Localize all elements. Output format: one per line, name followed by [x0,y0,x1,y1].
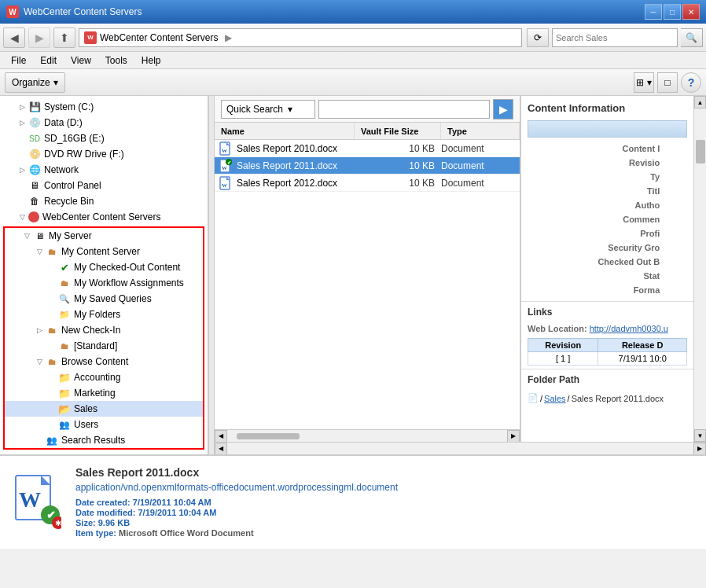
file-row[interactable]: W Sales Report 2012.docx 10 KB Document [215,175,520,192]
tree-item-dvd[interactable]: 📀 DVD RW Drive (F:) [0,146,208,162]
help-button[interactable]: ? [681,72,701,93]
hscroll-right-btn[interactable]: ▶ [693,443,706,455]
search-box[interactable] [552,28,678,47]
tree-item-label: My Saved Queries [74,293,152,304]
item-type-label: Item type: [75,528,116,538]
scroll-right-button[interactable]: ▶ [507,430,520,443]
tree-item-system-c[interactable]: ▷ 💾 System (C:) [0,99,208,115]
content-server-icon: 🖿 [46,245,58,258]
tree-item-sales[interactable]: 📂 Sales [5,401,203,417]
panel-divider[interactable] [208,96,215,454]
scrollbar-thumb[interactable] [237,433,300,439]
menu-view[interactable]: View [64,53,97,68]
tree-item-accounting[interactable]: 📁 Accounting [5,369,203,385]
tree-item-data-d[interactable]: ▷ 💿 Data (D:) [0,115,208,130]
col-header-type[interactable]: Type [441,123,520,139]
file-icon: W [218,175,233,191]
minimize-button[interactable]: ─ [645,4,662,20]
col-header-size[interactable]: Vault File Size [355,123,441,139]
forward-button[interactable]: ▶ [28,28,50,48]
tree-item-marketing[interactable]: 📁 Marketing [5,385,203,401]
title-bar-left: W WebCenter Content Servers [6,6,142,18]
comments-value [667,213,692,226]
scroll-left-button[interactable]: ◀ [215,430,227,443]
up-button[interactable]: ⬆ [53,28,75,48]
content-id-value [667,142,692,155]
maximize-button[interactable]: □ [664,4,681,20]
tree-item-saved-queries[interactable]: 🔍 My Saved Queries [5,291,203,307]
expand-icon [46,277,58,289]
organize-button[interactable]: Organize ▾ [5,72,65,93]
tree-item-checked-out[interactable]: ✔ My Checked-Out Content [5,259,203,275]
info-panel-scrollbar[interactable]: ▲ ▼ [693,96,706,442]
release-col-header: Release D [598,339,687,352]
search-input[interactable] [556,33,674,42]
info-scroll-down[interactable]: ▼ [694,429,706,442]
tree-item-label: SD_16GB (E:) [44,133,105,144]
folder-path-folder-link[interactable]: Sales [544,394,566,403]
file-row[interactable]: W ✔ Sales Report 2011.docx 10 KB Documen… [215,157,520,175]
bottom-mime: application/vnd.openxmlformats-officedoc… [75,482,697,493]
search-button[interactable]: 🔍 [681,28,703,47]
expand-icon [16,148,28,160]
info-input-field[interactable] [528,120,687,138]
organize-label: Organize [12,77,50,88]
tree-item-my-content-server[interactable]: ▽ 🖿 My Content Server [5,244,203,259]
refresh-button[interactable]: ⟳ [527,28,549,47]
expand-icon: ▷ [16,116,28,129]
menu-file[interactable]: File [5,53,32,68]
file-name-selected: Sales Report 2011.docx [237,160,355,171]
tree-item-search-results[interactable]: 👥 Search Results [5,432,203,448]
info-scroll-thumb[interactable] [696,140,705,164]
tree-item-control-panel[interactable]: 🖥 Control Panel [0,178,208,193]
content-search-input[interactable] [322,104,486,115]
center-bottom-scrollbar[interactable]: ◀ ▶ [215,442,706,454]
revision-cell[interactable]: [ 1 ] [528,352,598,366]
info-scroll-up[interactable]: ▲ [694,96,706,108]
author-value [667,199,692,211]
file-type: Document [441,143,520,154]
col-header-name[interactable]: Name [215,123,355,139]
hscroll-left-btn[interactable]: ◀ [215,443,227,455]
workflow-icon: 🖿 [58,277,71,289]
tree-item-new-checkin[interactable]: ▷ 🖿 New Check-In [5,322,203,338]
expand-icon: ▷ [16,164,28,176]
address-bar[interactable]: W WebCenter Content Servers ▶ [79,28,522,47]
view-button[interactable]: ⊞ ▾ [634,72,654,93]
tree-item-sd[interactable]: SD SD_16GB (E:) [0,130,208,146]
tree-item-recycle-bin[interactable]: 🗑 Recycle Bin [0,193,208,209]
tree-item-browse-content[interactable]: ▽ 🖿 Browse Content [5,354,203,369]
tree-item-workflow[interactable]: 🖿 My Workflow Assignments [5,275,203,291]
svg-text:W: W [222,182,227,189]
menu-edit[interactable]: Edit [34,53,63,68]
tree-item-my-folders[interactable]: 📁 My Folders [5,307,203,322]
back-button[interactable]: ◀ [3,28,25,48]
file-row[interactable]: W Sales Report 2010.docx 10 KB Document [215,140,520,157]
tree-item-network[interactable]: ▷ 🌐 Network [0,162,208,178]
menu-tools[interactable]: Tools [99,53,134,68]
file-browser: Quick Search ▾ ▶ Name V [215,96,520,442]
size-value: 9.96 KB [98,518,130,527]
horizontal-scrollbar[interactable]: ◀ ▶ [215,429,520,442]
web-location-row: Web Location: http://dadvmh0030.u [521,322,693,335]
tree-item-my-server[interactable]: ▽ 🖥 My Server [5,228,203,244]
tree-item-standard[interactable]: 🖿 [Standard] [5,338,203,354]
sd-icon: SD [28,132,41,145]
tree-item-label: My Workflow Assignments [74,277,184,288]
pane-button[interactable]: □ [657,72,678,93]
my-folders-icon: 📁 [58,308,71,321]
search-type-dropdown[interactable]: Quick Search ▾ [221,100,315,119]
svg-text:W: W [19,487,41,512]
expand-icon: ▽ [33,245,46,258]
go-button[interactable]: ▶ [493,99,513,119]
dvd-icon: 📀 [28,148,41,160]
close-button[interactable]: ✕ [682,4,700,20]
tree-item-users[interactable]: 👥 Users [5,417,203,432]
content-search-input-area[interactable] [318,100,490,119]
web-location-link[interactable]: http://dadvmh0030.u [590,324,668,333]
folder-path-doc-icon: 📄 [528,393,539,403]
links-section-title: Links [521,301,693,322]
file-icon-selected: W ✔ [218,158,233,174]
tree-item-webcenter[interactable]: ▽ WebCenter Content Servers [0,209,208,225]
menu-help[interactable]: Help [135,53,167,68]
